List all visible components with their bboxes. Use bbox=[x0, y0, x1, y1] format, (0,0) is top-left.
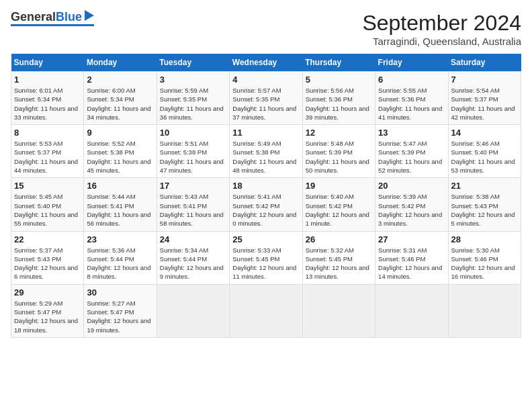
day-number: 28 bbox=[451, 234, 518, 244]
day-detail: Sunrise: 5:36 AMSunset: 5:44 PMDaylight:… bbox=[87, 246, 153, 281]
day-number: 27 bbox=[378, 234, 445, 244]
day-detail: Sunrise: 5:30 AMSunset: 5:46 PMDaylight:… bbox=[451, 246, 518, 281]
calendar-cell: 1Sunrise: 6:01 AMSunset: 5:34 PMDaylight… bbox=[11, 72, 84, 125]
calendar-subtitle: Tarragindi, Queensland, Australia bbox=[362, 36, 521, 47]
calendar-cell: 27Sunrise: 5:31 AMSunset: 5:46 PMDayligh… bbox=[375, 231, 448, 284]
day-detail: Sunrise: 5:32 AMSunset: 5:45 PMDaylight:… bbox=[306, 246, 372, 281]
day-number: 30 bbox=[87, 287, 153, 298]
calendar-cell: 9Sunrise: 5:52 AMSunset: 5:38 PMDaylight… bbox=[84, 125, 157, 178]
calendar-week-row: 22Sunrise: 5:37 AMSunset: 5:43 PMDayligh… bbox=[11, 231, 521, 284]
day-detail: Sunrise: 5:38 AMSunset: 5:43 PMDaylight:… bbox=[451, 192, 518, 228]
calendar-cell: 11Sunrise: 5:49 AMSunset: 5:38 PMDayligh… bbox=[230, 125, 302, 178]
calendar-cell: 7Sunrise: 5:54 AMSunset: 5:37 PMDaylight… bbox=[448, 72, 521, 125]
calendar-cell: 21Sunrise: 5:38 AMSunset: 5:43 PMDayligh… bbox=[448, 178, 521, 231]
day-number: 10 bbox=[160, 128, 226, 138]
logo-underline bbox=[11, 24, 94, 26]
day-detail: Sunrise: 5:31 AMSunset: 5:46 PMDaylight:… bbox=[378, 246, 445, 281]
calendar-cell: 22Sunrise: 5:37 AMSunset: 5:43 PMDayligh… bbox=[11, 231, 84, 284]
weekday-header-thursday: Thursday bbox=[302, 54, 375, 72]
calendar-week-row: 29Sunrise: 5:29 AMSunset: 5:47 PMDayligh… bbox=[11, 284, 521, 337]
day-number: 2 bbox=[87, 75, 153, 85]
day-detail: Sunrise: 5:37 AMSunset: 5:43 PMDaylight:… bbox=[14, 246, 81, 281]
calendar-cell: 15Sunrise: 5:45 AMSunset: 5:40 PMDayligh… bbox=[11, 178, 84, 231]
calendar-cell: 6Sunrise: 5:55 AMSunset: 5:36 PMDaylight… bbox=[375, 72, 448, 125]
logo: GeneralBlue bbox=[11, 11, 94, 26]
calendar-cell: 26Sunrise: 5:32 AMSunset: 5:45 PMDayligh… bbox=[302, 231, 375, 284]
calendar-cell: 10Sunrise: 5:51 AMSunset: 5:38 PMDayligh… bbox=[157, 125, 229, 178]
day-number: 29 bbox=[14, 287, 81, 298]
title-block: September 2024 Tarragindi, Queensland, A… bbox=[362, 11, 521, 47]
day-detail: Sunrise: 5:55 AMSunset: 5:36 PMDaylight:… bbox=[378, 86, 445, 122]
day-number: 20 bbox=[378, 181, 445, 191]
page-header: GeneralBlue September 2024 Tarragindi, Q… bbox=[11, 11, 521, 47]
calendar-cell bbox=[375, 284, 448, 337]
day-detail: Sunrise: 5:43 AMSunset: 5:41 PMDaylight:… bbox=[160, 192, 226, 228]
day-number: 24 bbox=[160, 234, 226, 244]
day-detail: Sunrise: 5:48 AMSunset: 5:39 PMDaylight:… bbox=[306, 139, 372, 175]
calendar-cell: 18Sunrise: 5:41 AMSunset: 5:42 PMDayligh… bbox=[230, 178, 302, 231]
weekday-header-row: SundayMondayTuesdayWednesdayThursdayFrid… bbox=[11, 54, 521, 72]
day-detail: Sunrise: 5:49 AMSunset: 5:38 PMDaylight:… bbox=[232, 139, 299, 175]
logo-general: General bbox=[11, 10, 56, 24]
calendar-cell: 30Sunrise: 5:27 AMSunset: 5:47 PMDayligh… bbox=[84, 284, 157, 337]
logo-text: GeneralBlue bbox=[11, 11, 82, 23]
calendar-cell: 24Sunrise: 5:34 AMSunset: 5:44 PMDayligh… bbox=[157, 231, 229, 284]
calendar-cell: 17Sunrise: 5:43 AMSunset: 5:41 PMDayligh… bbox=[157, 178, 229, 231]
day-number: 21 bbox=[451, 181, 518, 191]
day-detail: Sunrise: 5:47 AMSunset: 5:39 PMDaylight:… bbox=[378, 139, 445, 175]
calendar-cell: 3Sunrise: 5:59 AMSunset: 5:35 PMDaylight… bbox=[157, 72, 229, 125]
calendar-week-row: 1Sunrise: 6:01 AMSunset: 5:34 PMDaylight… bbox=[11, 72, 521, 125]
day-number: 12 bbox=[306, 128, 372, 138]
calendar-cell: 5Sunrise: 5:56 AMSunset: 5:36 PMDaylight… bbox=[302, 72, 375, 125]
calendar-cell: 14Sunrise: 5:46 AMSunset: 5:40 PMDayligh… bbox=[448, 125, 521, 178]
calendar-cell: 28Sunrise: 5:30 AMSunset: 5:46 PMDayligh… bbox=[448, 231, 521, 284]
day-number: 9 bbox=[87, 128, 153, 138]
weekday-header-wednesday: Wednesday bbox=[230, 54, 302, 72]
day-number: 26 bbox=[306, 234, 372, 244]
calendar-cell bbox=[448, 284, 521, 337]
calendar-cell: 16Sunrise: 5:44 AMSunset: 5:41 PMDayligh… bbox=[84, 178, 157, 231]
day-detail: Sunrise: 5:59 AMSunset: 5:35 PMDaylight:… bbox=[160, 86, 226, 122]
calendar-week-row: 15Sunrise: 5:45 AMSunset: 5:40 PMDayligh… bbox=[11, 178, 521, 231]
weekday-header-saturday: Saturday bbox=[448, 54, 521, 72]
day-detail: Sunrise: 5:56 AMSunset: 5:36 PMDaylight:… bbox=[306, 86, 372, 122]
day-number: 17 bbox=[160, 181, 226, 191]
day-number: 16 bbox=[87, 181, 153, 191]
day-number: 18 bbox=[232, 181, 299, 191]
calendar-cell: 12Sunrise: 5:48 AMSunset: 5:39 PMDayligh… bbox=[302, 125, 375, 178]
day-detail: Sunrise: 6:01 AMSunset: 5:34 PMDaylight:… bbox=[14, 86, 81, 122]
calendar-title: September 2024 bbox=[362, 11, 521, 36]
day-number: 5 bbox=[306, 75, 372, 85]
calendar-cell: 8Sunrise: 5:53 AMSunset: 5:37 PMDaylight… bbox=[11, 125, 84, 178]
calendar-cell: 2Sunrise: 6:00 AMSunset: 5:34 PMDaylight… bbox=[84, 72, 157, 125]
calendar-cell: 29Sunrise: 5:29 AMSunset: 5:47 PMDayligh… bbox=[11, 284, 84, 337]
day-detail: Sunrise: 5:39 AMSunset: 5:42 PMDaylight:… bbox=[378, 192, 445, 228]
day-number: 13 bbox=[378, 128, 445, 138]
day-detail: Sunrise: 5:27 AMSunset: 5:47 PMDaylight:… bbox=[87, 299, 153, 334]
day-detail: Sunrise: 5:45 AMSunset: 5:40 PMDaylight:… bbox=[14, 192, 81, 228]
day-detail: Sunrise: 5:29 AMSunset: 5:47 PMDaylight:… bbox=[14, 299, 81, 334]
calendar-cell: 20Sunrise: 5:39 AMSunset: 5:42 PMDayligh… bbox=[375, 178, 448, 231]
calendar-cell bbox=[157, 284, 229, 337]
calendar-cell: 19Sunrise: 5:40 AMSunset: 5:42 PMDayligh… bbox=[302, 178, 375, 231]
calendar-cell: 13Sunrise: 5:47 AMSunset: 5:39 PMDayligh… bbox=[375, 125, 448, 178]
calendar-cell: 25Sunrise: 5:33 AMSunset: 5:45 PMDayligh… bbox=[230, 231, 302, 284]
calendar-cell: 23Sunrise: 5:36 AMSunset: 5:44 PMDayligh… bbox=[84, 231, 157, 284]
logo-arrow-icon bbox=[85, 10, 94, 21]
calendar-cell: 4Sunrise: 5:57 AMSunset: 5:35 PMDaylight… bbox=[230, 72, 302, 125]
day-detail: Sunrise: 5:40 AMSunset: 5:42 PMDaylight:… bbox=[306, 192, 372, 228]
day-number: 6 bbox=[378, 75, 445, 85]
day-number: 14 bbox=[451, 128, 518, 138]
weekday-header-sunday: Sunday bbox=[11, 54, 84, 72]
day-detail: Sunrise: 5:51 AMSunset: 5:38 PMDaylight:… bbox=[160, 139, 226, 175]
day-detail: Sunrise: 5:54 AMSunset: 5:37 PMDaylight:… bbox=[451, 86, 518, 122]
day-number: 1 bbox=[14, 75, 81, 85]
day-number: 7 bbox=[451, 75, 518, 85]
calendar-table: SundayMondayTuesdayWednesdayThursdayFrid… bbox=[11, 54, 521, 338]
day-detail: Sunrise: 6:00 AMSunset: 5:34 PMDaylight:… bbox=[87, 86, 153, 122]
logo-blue: Blue bbox=[56, 10, 82, 24]
day-detail: Sunrise: 5:53 AMSunset: 5:37 PMDaylight:… bbox=[14, 139, 81, 175]
day-number: 15 bbox=[14, 181, 81, 191]
calendar-week-row: 8Sunrise: 5:53 AMSunset: 5:37 PMDaylight… bbox=[11, 125, 521, 178]
calendar-cell bbox=[230, 284, 302, 337]
